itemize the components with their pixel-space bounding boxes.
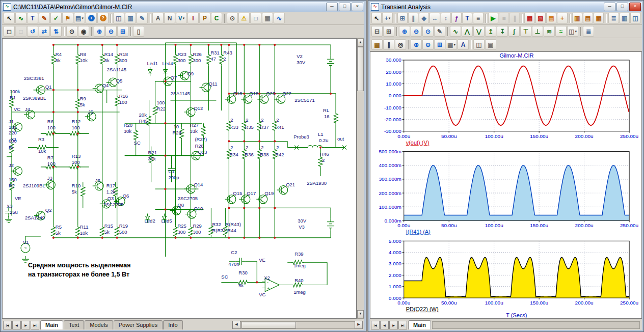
scroll-right-button[interactable]: ▶ <box>355 321 363 329</box>
select-mode-icon[interactable]: ↖ <box>371 13 382 23</box>
watch-window-icon[interactable]: ◫ <box>630 13 640 23</box>
component-rv[interactable] <box>115 53 119 65</box>
auto-scale-icon[interactable]: ⊙ <box>422 26 434 37</box>
component-q[interactable] <box>256 195 267 204</box>
power-toggle-icon[interactable]: P <box>199 13 210 23</box>
analysis-titlebar[interactable]: ∿ Transient Analysis ─ □ × <box>370 2 642 12</box>
tab-models[interactable]: Models <box>85 320 113 329</box>
go-to-performance-icon[interactable]: ≣ <box>583 26 594 37</box>
wire-mode-icon[interactable]: ∿ <box>15 13 26 23</box>
warning-annotation-icon[interactable]: ⚠ <box>238 13 250 23</box>
pause-button-icon[interactable]: ∥ <box>509 13 520 23</box>
component-q[interactable] <box>225 95 235 103</box>
scroll-up-button[interactable]: ▲ <box>357 39 364 47</box>
tab-main[interactable]: Main <box>40 320 63 329</box>
component-q[interactable] <box>257 95 268 103</box>
zoom-area-icon[interactable]: ⊞ <box>117 26 128 37</box>
box-select-icon[interactable]: ◻ <box>4 26 15 37</box>
clipboard-menu-icon[interactable]: ◫▾ <box>567 26 578 37</box>
picture-mode-icon[interactable]: ✓ <box>50 13 62 23</box>
tab-main[interactable]: Main <box>408 320 431 329</box>
zoom-out-icon[interactable]: ⊖ <box>411 26 422 37</box>
data-points-toggle-icon[interactable]: ▦ <box>524 13 534 23</box>
vertical-tag-mode-icon[interactable]: ↕ <box>441 13 451 23</box>
component-q[interactable] <box>11 167 22 175</box>
cursor-high-icon[interactable]: ↥ <box>485 26 496 37</box>
node-voltages-toggle-icon[interactable]: V▾ <box>176 13 187 23</box>
tracker-icon[interactable]: ◎ <box>395 39 406 50</box>
vertical-axis-grids-toggle-icon[interactable]: ▤ <box>583 13 593 23</box>
text-mode-icon[interactable]: T <box>462 13 472 23</box>
horizontal-scroll-track[interactable] <box>240 322 355 328</box>
border-view-icon[interactable]: ▥ <box>125 13 136 23</box>
horizontal-scrollbar[interactable]: ◀ ▶ <box>232 321 363 329</box>
tab-nav-0[interactable]: |◀ <box>371 321 380 329</box>
currents-toggle-icon[interactable]: I <box>187 13 199 23</box>
component-rv[interactable] <box>100 53 104 65</box>
node-numbers-toggle-icon[interactable]: N <box>164 13 175 23</box>
component-rv[interactable] <box>174 53 178 65</box>
tab-nav-2[interactable]: ▶ <box>389 321 398 329</box>
component-q[interactable] <box>239 195 250 204</box>
vertical-scroll-track[interactable] <box>357 47 364 310</box>
restore-button[interactable]: □ <box>339 3 351 11</box>
zoom-out-icon[interactable]: ⊖ <box>422 39 434 50</box>
title-block-edit-icon[interactable]: ✎ <box>137 13 148 23</box>
limits-icon[interactable]: ▦ <box>371 39 383 50</box>
split-text-view-icon[interactable]: ◫ <box>113 13 124 23</box>
schematic-canvas[interactable]: ~-+R45kR810kR145kR185002SA1145Led1Led4R2… <box>2 38 357 319</box>
help-mode-icon[interactable]: ? <box>97 13 109 23</box>
component-rv[interactable] <box>76 226 80 238</box>
tab-nav-3[interactable]: ▶| <box>31 321 39 329</box>
component-q[interactable] <box>241 95 252 103</box>
pan-mode-menu-icon[interactable]: +▾ <box>382 13 392 23</box>
component-rv[interactable] <box>115 226 119 238</box>
component-rv[interactable] <box>201 125 205 137</box>
scale-mode-icon[interactable]: ⊞ <box>397 13 408 23</box>
cursor-mode-icon[interactable]: ∥ <box>408 13 418 23</box>
tab-info[interactable]: Info <box>163 320 182 329</box>
component-rv[interactable] <box>115 95 119 107</box>
tab-nav-3[interactable]: ▶| <box>398 321 407 329</box>
tab-text[interactable]: Text <box>64 320 84 329</box>
grid-toggle-icon[interactable]: ▦ <box>262 13 273 23</box>
horizontal-axis-grids-toggle-icon[interactable]: ▥ <box>572 13 582 23</box>
delete-all-objects-icon[interactable]: ⊟ <box>371 26 383 37</box>
performance-tag-mode-icon[interactable]: ƒ <box>451 13 462 23</box>
plus-mark-toggle-icon[interactable]: + <box>557 13 567 23</box>
zoom-window-icon[interactable]: ⊞ <box>434 39 445 50</box>
waveform-label[interactable]: v(out) (V) <box>406 140 430 146</box>
cursor-lines-icon[interactable]: ∥ <box>383 39 394 50</box>
step-box-icon[interactable]: □ <box>15 26 26 37</box>
vertical-scroll-thumb[interactable] <box>357 47 364 91</box>
restore-button[interactable]: □ <box>616 3 628 11</box>
cursor-bottom-icon[interactable]: ⊥ <box>532 26 543 37</box>
numeric-output-icon[interactable]: ▥ <box>620 13 630 23</box>
component-rv[interactable] <box>189 226 193 238</box>
component-rh[interactable] <box>69 131 81 135</box>
info-mode-icon[interactable]: i <box>86 13 97 23</box>
ruler-toggle-icon[interactable]: ▤ <box>546 13 556 23</box>
component-rh[interactable] <box>69 165 81 169</box>
component-rv[interactable] <box>189 53 193 65</box>
tab-nav-2[interactable]: ▶ <box>21 321 30 329</box>
schematic-titlebar[interactable]: ∿ C:\MC11\DATA\Petrov\Gilmor\Gilmor-M.CI… <box>2 2 364 12</box>
cursor-inflection-icon[interactable]: ∫ <box>508 26 520 37</box>
waveform-label[interactable]: I(R41) (A) <box>406 229 431 235</box>
close-button[interactable]: × <box>352 3 363 11</box>
find-component-icon[interactable]: ◉ <box>78 26 89 37</box>
component-rh[interactable] <box>291 283 304 287</box>
point-tag-mode-icon[interactable]: ◆ <box>419 13 429 23</box>
component-rv[interactable] <box>100 226 104 238</box>
add-graph-icon[interactable]: ⊞ <box>383 26 394 37</box>
run-button-icon[interactable]: ▶ <box>488 13 498 23</box>
component-q[interactable] <box>274 95 285 103</box>
analysis-plot-window-icon[interactable]: ∿ <box>274 13 285 23</box>
component-rv[interactable] <box>76 53 80 65</box>
component-rv[interactable] <box>51 226 56 238</box>
analysis-plot-area[interactable]: 0.00u50.00u100.00u150.00u200.00u250.00u3… <box>370 51 642 319</box>
component-rv[interactable] <box>334 112 338 124</box>
text-mode-icon[interactable]: T <box>27 13 38 23</box>
component-menu-icon[interactable]: ▤▾ <box>74 13 85 23</box>
page-view-icon[interactable]: ▯ <box>133 26 144 37</box>
